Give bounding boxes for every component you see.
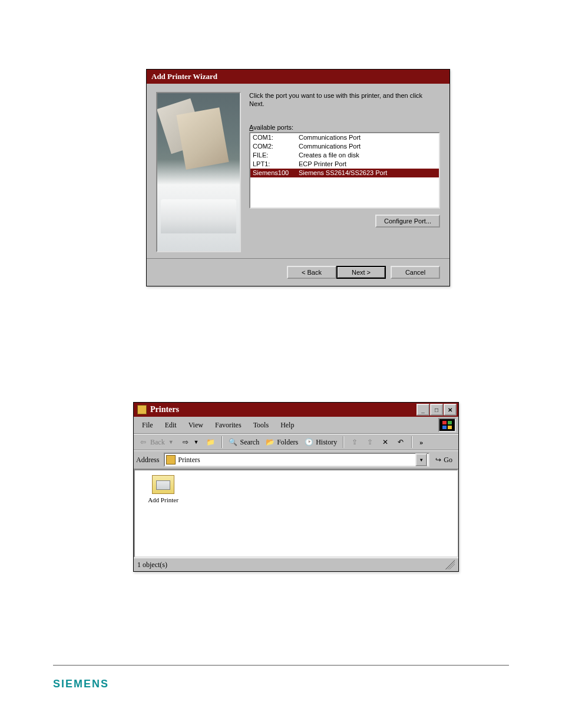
menubar: File Edit View Favorites Tools Help (134, 417, 458, 434)
next-button[interactable]: Next > (336, 266, 386, 279)
ports-listbox[interactable]: COM1: Communications Port COM2: Communic… (249, 132, 440, 209)
history-label: History (316, 438, 337, 447)
minimize-button[interactable]: _ (416, 404, 429, 416)
windows-logo-icon (438, 418, 456, 432)
available-ports-label: Available ports: (249, 124, 440, 131)
chevron-down-icon: ▼ (193, 439, 200, 445)
port-list-item[interactable]: LPT1: ECP Printer Port (250, 160, 439, 169)
toolbar-overflow-button[interactable]: » (416, 438, 427, 447)
cancel-button[interactable]: Cancel (391, 266, 440, 279)
undo-icon: ↶ (396, 437, 405, 447)
arrow-left-icon: ⇦ (138, 437, 148, 447)
port-desc: ECP Printer Port (299, 160, 346, 169)
menu-file[interactable]: File (136, 420, 159, 431)
back-button-toolbar[interactable]: ⇦ Back ▼ (136, 436, 177, 448)
folder-up-icon: 📁 (206, 437, 216, 447)
menu-help[interactable]: Help (275, 420, 300, 431)
address-label: Address (136, 456, 161, 465)
wizard-illustration (156, 92, 241, 252)
printers-title: Printers (150, 405, 179, 414)
port-list-item-selected[interactable]: Siemens100 Siemens SS2614/SS2623 Port (250, 169, 439, 177)
wizard-title: Add Printer Wizard (151, 72, 217, 81)
add-printer-icon (152, 475, 174, 494)
wizard-titlebar: Add Printer Wizard (147, 70, 449, 84)
add-printer-item[interactable]: Add Printer (142, 475, 184, 503)
port-name: LPT1: (253, 160, 299, 169)
port-list-item[interactable]: COM2: Communications Port (250, 142, 439, 151)
up-button-toolbar[interactable]: 📁 (204, 436, 218, 448)
port-desc: Siemens SS2614/SS2623 Port (299, 169, 387, 177)
status-text: 1 object(s) (137, 561, 167, 569)
port-desc: Communications Port (299, 142, 361, 151)
port-name: FILE: (253, 151, 299, 160)
printers-folder-icon (166, 455, 176, 465)
menu-view[interactable]: View (183, 420, 209, 431)
search-icon: 🔍 (229, 437, 238, 447)
delete-button-toolbar[interactable]: ✕ (378, 436, 392, 448)
port-name: COM1: (253, 133, 299, 142)
go-label: Go (444, 456, 452, 465)
port-name: COM2: (253, 142, 299, 151)
wizard-instruction: Click the port you want to use with this… (249, 92, 438, 108)
copyto-icon: ⇪ (365, 437, 375, 447)
configure-port-button[interactable]: Configure Port... (375, 215, 440, 228)
statusbar: 1 object(s) (134, 558, 458, 571)
close-button[interactable]: ✕ (444, 404, 457, 416)
available-ports-label-rest: vailable ports: (253, 124, 293, 131)
moveto-button-toolbar[interactable]: ⇪ (348, 436, 362, 448)
address-combobox[interactable]: Printers ▼ (164, 453, 429, 467)
add-printer-wizard-dialog: Add Printer Wizard Click the port you wa… (146, 69, 450, 286)
delete-icon: ✕ (381, 437, 390, 447)
menu-favorites[interactable]: Favorites (209, 420, 247, 431)
address-value: Printers (178, 456, 200, 465)
forward-button-toolbar[interactable]: ⇨ ▼ (178, 436, 203, 448)
history-button-toolbar[interactable]: 🕑 History (302, 436, 339, 448)
printers-window: Printers _ □ ✕ File Edit View Favorites … (133, 402, 459, 572)
moveto-icon: ⇪ (350, 437, 359, 447)
history-icon: 🕑 (304, 437, 313, 447)
maximize-button[interactable]: □ (430, 404, 443, 416)
printers-titlebar: Printers _ □ ✕ (134, 403, 458, 417)
toolbar: ⇦ Back ▼ ⇨ ▼ 📁 🔍 Search 📂 Folders 🕑 (134, 434, 458, 450)
port-list-item[interactable]: COM1: Communications Port (250, 133, 439, 142)
folders-button-toolbar[interactable]: 📂 Folders (263, 436, 300, 448)
folders-icon: 📂 (265, 437, 275, 447)
search-label: Search (240, 438, 260, 447)
port-desc: Communications Port (299, 133, 361, 142)
menu-tools[interactable]: Tools (247, 420, 275, 431)
folders-label: Folders (277, 438, 298, 447)
resize-grip[interactable] (445, 560, 455, 569)
back-label: Back (150, 438, 165, 447)
port-desc: Creates a file on disk (299, 151, 359, 160)
arrow-right-icon: ⇨ (181, 437, 190, 447)
go-icon: ↪ (435, 456, 441, 465)
copyto-button-toolbar[interactable]: ⇪ (363, 436, 377, 448)
menu-edit[interactable]: Edit (159, 420, 183, 431)
footer-divider (53, 665, 509, 666)
printers-folder-icon (137, 405, 147, 414)
add-printer-label: Add Printer (142, 496, 184, 503)
chevron-down-icon: ▼ (167, 439, 175, 445)
port-list-item[interactable]: FILE: Creates a file on disk (250, 151, 439, 160)
addressbar: Address Printers ▼ ↪ Go (134, 450, 458, 469)
port-name: Siemens100 (253, 169, 299, 177)
undo-button-toolbar[interactable]: ↶ (394, 436, 408, 448)
address-dropdown-button[interactable]: ▼ (415, 453, 427, 466)
go-button[interactable]: ↪ Go (432, 456, 456, 465)
back-button[interactable]: < Back (287, 266, 336, 279)
siemens-logo: SIEMENS (53, 678, 109, 690)
printers-content-area[interactable]: Add Printer (134, 469, 458, 558)
search-button-toolbar[interactable]: 🔍 Search (226, 436, 262, 448)
